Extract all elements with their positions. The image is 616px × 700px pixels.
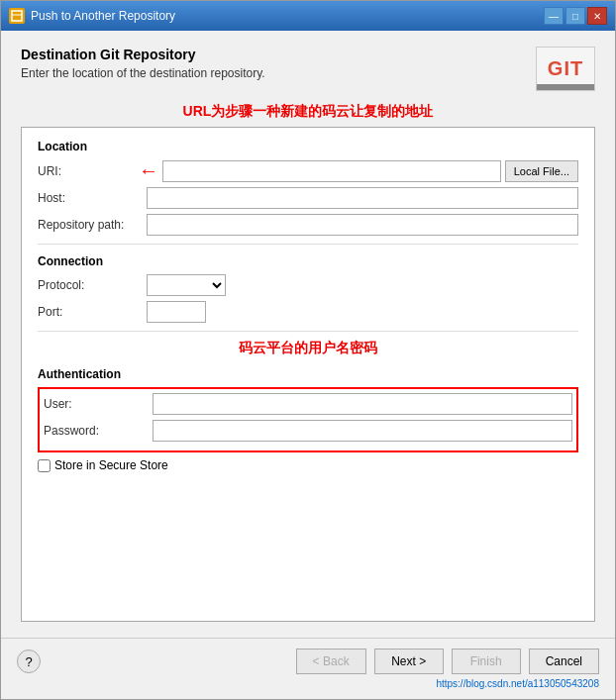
protocol-select[interactable]: http https git ssh [147, 274, 226, 296]
repo-path-input[interactable] [147, 214, 578, 236]
uri-input[interactable] [162, 160, 501, 182]
port-label: Port: [38, 305, 147, 319]
window-icon [9, 8, 25, 24]
git-logo: GIT [536, 47, 595, 91]
footer: ? < Back Next > Finish Cancel https://bl… [1, 638, 615, 699]
store-label: Store in Secure Store [54, 458, 168, 472]
help-button[interactable]: ? [17, 650, 41, 673]
svg-rect-0 [12, 11, 22, 21]
window-title: Push to Another Repository [31, 9, 175, 23]
cancel-button[interactable]: Cancel [529, 649, 599, 674]
port-row: Port: [38, 301, 578, 323]
finish-button[interactable]: Finish [452, 649, 521, 674]
title-bar: Push to Another Repository — □ ✕ [1, 1, 615, 31]
footer-right: < Back Next > Finish Cancel [296, 649, 599, 674]
arrow-icon: ← [139, 159, 158, 182]
port-input[interactable] [147, 301, 206, 323]
local-file-button[interactable]: Local File... [505, 160, 578, 182]
repo-path-row: Repository path: [38, 214, 578, 236]
repo-path-label: Repository path: [38, 218, 147, 232]
form-body: Location URI: ← Local File... Host: Repo… [21, 127, 595, 622]
user-row: User: [44, 393, 572, 415]
connection-section-label: Connection [38, 254, 578, 268]
auth-section-label: Authentication [38, 367, 578, 381]
password-label: Password: [44, 424, 153, 438]
git-logo-bar [537, 84, 594, 90]
uri-row: URI: ← Local File... [38, 159, 578, 182]
minimize-button[interactable]: — [544, 7, 564, 25]
footer-link: https://blog.csdn.net/a113050543208 [17, 678, 599, 689]
auth-annotation: 码云平台的用户名密码 [38, 340, 578, 357]
git-logo-text: GIT [548, 57, 583, 80]
store-checkbox[interactable] [38, 459, 51, 472]
page-header-text: Destination Git Repository Enter the loc… [21, 47, 265, 80]
host-row: Host: [38, 187, 578, 209]
user-input[interactable] [153, 393, 572, 415]
title-bar-left: Push to Another Repository [9, 8, 175, 24]
auth-highlight-box: User: Password: [38, 387, 578, 452]
url-annotation: URL为步骤一种新建的码云让复制的地址 [21, 103, 595, 121]
page-title: Destination Git Repository [21, 47, 265, 62]
main-window: Push to Another Repository — □ ✕ Destina… [0, 0, 616, 700]
user-label: User: [44, 397, 153, 411]
close-button[interactable]: ✕ [587, 7, 607, 25]
password-row: Password: [44, 420, 572, 442]
back-button[interactable]: < Back [296, 649, 366, 674]
location-section-label: Location [38, 140, 578, 153]
page-subtitle: Enter the location of the destination re… [21, 66, 265, 80]
store-row: Store in Secure Store [38, 458, 578, 472]
password-input[interactable] [153, 420, 572, 442]
footer-left: ? [17, 650, 41, 673]
host-label: Host: [38, 191, 147, 205]
next-button[interactable]: Next > [374, 649, 444, 674]
uri-label: URI: [38, 164, 147, 178]
protocol-label: Protocol: [38, 278, 147, 292]
host-input[interactable] [147, 187, 578, 209]
title-buttons: — □ ✕ [544, 7, 607, 25]
divider-1 [38, 244, 578, 245]
protocol-row: Protocol: http https git ssh [38, 274, 578, 296]
divider-2 [38, 331, 578, 332]
maximize-button[interactable]: □ [565, 7, 585, 25]
footer-buttons: ? < Back Next > Finish Cancel [17, 649, 599, 674]
page-header: Destination Git Repository Enter the loc… [21, 47, 595, 91]
content-area: Destination Git Repository Enter the loc… [1, 31, 615, 638]
